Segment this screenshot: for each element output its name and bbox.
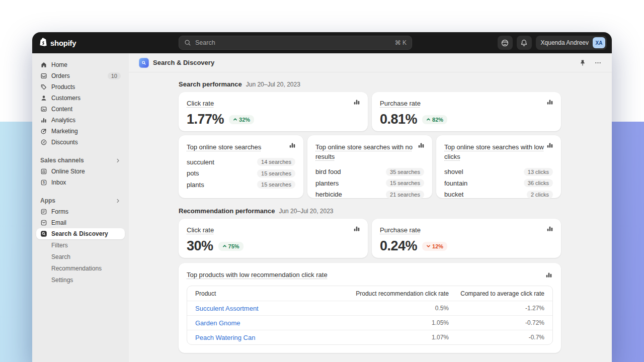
notifications-button[interactable] [517, 36, 532, 50]
search-performance-header: Search performance Jun 20–Jul 20, 2023 [179, 80, 612, 88]
assistant-icon [501, 39, 509, 47]
change-badge: 82% [422, 115, 447, 124]
bar-chart-icon[interactable] [546, 225, 554, 234]
user-avatar: XA [593, 37, 605, 48]
svg-text:S: S [43, 180, 45, 184]
more-actions-button[interactable] [594, 59, 602, 66]
metric-value: 0.24% [380, 238, 417, 254]
target-icon [40, 128, 47, 135]
table-row: Peach Watering Can 1.07% -0.7% [187, 330, 552, 344]
sidebar-item-inbox[interactable]: S Inbox [36, 177, 125, 188]
search-input[interactable] [194, 39, 395, 47]
table-card-title: Top products with low recommendation cli… [187, 271, 328, 279]
user-menu[interactable]: Xquenda Andreev XA [536, 36, 607, 50]
sidebar-item-content[interactable]: Content [36, 104, 125, 115]
list-title: Top online store searches with no result… [315, 143, 413, 160]
count-pill: 14 searches [257, 158, 295, 166]
sidebar-nav: Home Orders 10 Products Customers Conten… [32, 53, 129, 362]
compared-value: -0.72% [449, 319, 544, 326]
change-badge: 32% [229, 115, 254, 124]
bar-chart-icon[interactable] [353, 98, 361, 108]
bell-icon [520, 39, 528, 47]
bar-chart-icon[interactable] [546, 141, 554, 151]
sidebar-subitem-settings[interactable]: Settings [36, 274, 125, 286]
sidebar-item-search-discovery[interactable]: Search & Discovery [36, 228, 125, 239]
storefront-icon [40, 168, 47, 175]
metric-value: 0.81% [380, 112, 417, 127]
no-results-searches-card: Top online store searches with no result… [307, 135, 432, 198]
sidebar-item-forms[interactable]: Forms [36, 206, 125, 217]
global-search[interactable]: ⌘ K [179, 36, 412, 50]
topbar-actions: Xquenda Andreev XA [498, 36, 607, 50]
click-rate-card: Click rate 1.77% 32% [179, 92, 368, 131]
topbar: shopify ⌘ K [32, 32, 612, 53]
shopify-logo[interactable]: shopify [32, 37, 76, 49]
search-discovery-icon [40, 230, 47, 237]
sidebar-section-apps[interactable]: Apps [36, 195, 125, 206]
orders-count-badge: 10 [108, 72, 121, 79]
column-header-click-rate: Product recommendation click rate [323, 290, 449, 297]
product-link[interactable]: Peach Watering Can [195, 334, 323, 341]
bar-chart-icon[interactable] [288, 141, 296, 151]
arrow-down-icon [426, 244, 431, 248]
sidebar-section-sales-channels[interactable]: Sales channels [36, 155, 125, 166]
sidebar-item-email[interactable]: Email [36, 217, 125, 228]
main-area: Search & Discovery Search performance Ju… [129, 53, 612, 362]
pin-button[interactable] [579, 59, 586, 66]
change-badge: 75% [218, 242, 244, 251]
compared-value: -0.7% [449, 334, 544, 341]
sidebar-item-customers[interactable]: Customers [36, 93, 125, 104]
rec-purchase-rate-card: Purchase rate 0.24% 12% [372, 219, 561, 258]
sidebar-item-analytics[interactable]: Analytics [36, 115, 125, 126]
click-rate-value: 1.07% [323, 334, 449, 341]
column-header-compared: Compared to average click rate [449, 290, 544, 297]
product-link[interactable]: Garden Gnome [195, 319, 323, 327]
sidebar-item-marketing[interactable]: Marketing [36, 126, 125, 137]
section-title: Recommendation performance [179, 207, 275, 215]
sidebar-subitem-filters[interactable]: Filters [36, 239, 125, 251]
product-link[interactable]: Succulent Assortment [195, 305, 323, 312]
purchase-rate-card: Purchase rate 0.81% 82% [372, 92, 561, 131]
list-title: Top online store searches with low click… [444, 143, 544, 160]
rec-click-rate-card: Click rate 30% 75% [179, 219, 368, 258]
search-discovery-app-icon [139, 58, 149, 68]
count-pill: 15 searches [257, 169, 295, 177]
bar-chart-icon[interactable] [417, 141, 425, 151]
date-range: Jun 20–Jul 20, 2023 [246, 81, 300, 88]
discount-icon [40, 139, 47, 146]
sidebar-item-products[interactable]: Products [36, 81, 125, 93]
search-metric-cards: Click rate 1.77% 32% Purchase rate [179, 92, 561, 131]
assistant-button[interactable] [498, 36, 513, 50]
count-pill: 21 searches [386, 191, 424, 199]
sidebar-item-home[interactable]: Home [36, 59, 125, 70]
shopify-admin-window: shopify ⌘ K [32, 32, 612, 362]
count-pill: 15 searches [257, 180, 295, 189]
list-item: herbicide21 searches [315, 189, 424, 200]
envelope-icon [40, 219, 47, 226]
sidebar-item-discounts[interactable]: Discounts [36, 137, 125, 148]
shopify-bag-icon [39, 37, 48, 49]
metric-label: Purchase rate [380, 226, 421, 234]
arrow-up-icon [222, 244, 227, 248]
list-item: plants15 searches [187, 179, 295, 191]
list-item: fountain36 clicks [444, 177, 553, 189]
sidebar-item-online-store[interactable]: Online Store [36, 166, 125, 177]
sidebar-subitem-search[interactable]: Search [36, 251, 125, 262]
metric-value: 1.77% [187, 112, 224, 127]
count-pill: 36 clicks [524, 179, 553, 187]
top-searches-cards: Top online store searches succulent14 se… [179, 135, 561, 198]
page-title: Search & Discovery [153, 59, 214, 66]
bar-chart-icon[interactable] [546, 98, 554, 108]
count-pill: 15 searches [386, 179, 424, 187]
user-name: Xquenda Andreev [541, 39, 589, 46]
page-header-actions [579, 59, 602, 66]
list-title: Top online store searches [187, 143, 261, 151]
click-rate-value: 0.5% [323, 305, 449, 312]
home-icon [40, 61, 47, 68]
bar-chart-icon[interactable] [545, 271, 553, 279]
sidebar-item-orders[interactable]: Orders 10 [36, 70, 125, 81]
click-rate-value: 1.05% [323, 319, 449, 326]
tag-icon [40, 83, 47, 90]
bar-chart-icon[interactable] [353, 225, 361, 234]
sidebar-subitem-recommendations[interactable]: Recommendations [36, 262, 125, 274]
